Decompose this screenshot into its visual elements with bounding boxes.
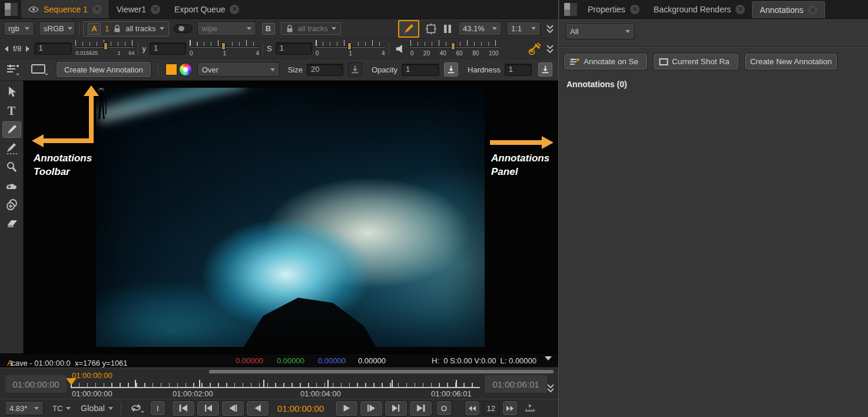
annotation-menu-icon[interactable] (6, 63, 20, 76)
store-default-icon[interactable] (538, 62, 552, 77)
color-wheel-icon[interactable] (180, 64, 191, 75)
viewer-timeline[interactable]: 01:00:00:00 01:00:00:00 01:00:00:00 01:0… (0, 368, 558, 399)
current-timecode[interactable]: 01:00:00:00 (277, 403, 327, 413)
tab-export-queue[interactable]: Export Queue ✕ (167, 0, 246, 18)
text-tool[interactable]: T (3, 103, 21, 118)
circle-plus-icon (5, 198, 18, 211)
store-default-icon[interactable] (348, 62, 362, 77)
close-icon[interactable]: ✕ (151, 5, 160, 14)
close-icon[interactable]: ✕ (92, 5, 102, 14)
close-icon[interactable]: ✕ (736, 5, 745, 14)
line-brush-tool[interactable] (3, 141, 21, 156)
lock-icon[interactable] (113, 24, 121, 33)
step-back-button[interactable] (222, 401, 244, 416)
panel-layout-icon[interactable] (5, 3, 18, 16)
step-forward-button[interactable] (360, 401, 382, 416)
chevron-double-down-icon[interactable] (546, 383, 555, 393)
eraser-tool[interactable] (3, 216, 21, 231)
set-out-button[interactable]: O (437, 401, 451, 415)
brush-tool[interactable] (3, 122, 21, 137)
speaker-icon[interactable] (395, 44, 406, 54)
sample-timer-icon[interactable] (526, 42, 542, 56)
fps-field[interactable]: 12 (482, 401, 500, 415)
lock-icon[interactable] (286, 24, 294, 33)
range-mode-dropdown[interactable]: Global (81, 403, 112, 413)
input-a-badge[interactable]: A (88, 23, 101, 35)
fps-increase-button[interactable] (503, 401, 517, 415)
tab-viewer1[interactable]: Viewer1 ✕ (110, 0, 167, 18)
zoom-tool[interactable] (3, 160, 21, 175)
zoom-level-dropdown[interactable]: 43.1% (458, 22, 502, 36)
close-icon[interactable]: ✕ (230, 5, 239, 14)
wipe-toggle[interactable] (174, 24, 193, 33)
tracks-a-dropdown[interactable]: all tracks (125, 24, 164, 33)
viewer-canvas[interactable]: Annotations Toolbar Annotations Panel (24, 81, 558, 353)
color-swatch[interactable] (165, 64, 177, 75)
input-a-index: 1 (105, 24, 109, 33)
tab-sequence[interactable]: Sequence 1 ✕ (21, 0, 110, 18)
step-back-icon (228, 404, 238, 412)
volume-slider[interactable]: 0 20 40 60 80 100 (410, 40, 499, 58)
shot-range-dropdown[interactable]: Current Shot Ra (654, 54, 738, 70)
tab-annotations[interactable]: Annotations ✕ (752, 1, 825, 18)
input-b-badge[interactable]: B (262, 23, 275, 35)
pause-icon[interactable] (439, 21, 456, 37)
create-annotation-button[interactable]: Create New Annotation (745, 54, 837, 70)
shape-rectangle-icon[interactable] (31, 63, 48, 76)
opacity-field[interactable]: 1 (402, 64, 439, 76)
playback-speed-dropdown[interactable]: 4.83* (5, 401, 44, 415)
tab-background-renders[interactable]: Background Renders ✕ (647, 0, 753, 18)
set-in-button[interactable]: I (151, 401, 165, 415)
panel-layout-icon[interactable] (564, 3, 577, 16)
next-stop-icon[interactable] (25, 45, 31, 52)
caret-down-icon[interactable] (545, 356, 552, 360)
saturation-slider[interactable]: 0 1 4 (316, 40, 385, 58)
next-edit-button[interactable] (385, 401, 407, 416)
select-tool[interactable] (3, 84, 21, 100)
eraser-icon (5, 219, 18, 229)
go-to-end-button[interactable] (410, 401, 432, 416)
saturation-field[interactable]: 1 (276, 42, 312, 55)
timeline-out-field[interactable]: 01:00:06:01 (484, 375, 548, 393)
gamma-field[interactable]: 1 (150, 42, 186, 55)
fps-decrease-button[interactable] (465, 401, 479, 415)
colorspace-dropdown[interactable]: sRGB (39, 22, 75, 36)
loop-mode-icon[interactable] (129, 402, 144, 414)
channels-dropdown[interactable]: rgb (4, 22, 34, 36)
create-annotation-button[interactable]: Create New Annotation (57, 62, 151, 77)
eye-icon (28, 6, 39, 13)
blend-mode-dropdown[interactable]: Over (197, 62, 280, 77)
previous-edit-button[interactable] (197, 401, 219, 416)
play-button[interactable] (336, 401, 357, 416)
chevron-double-down-icon[interactable] (545, 44, 555, 54)
annotation-filter-dropdown[interactable]: All (565, 24, 635, 39)
go-to-start-button[interactable] (173, 401, 194, 416)
gamma-slider[interactable]: 0 1 4 (190, 40, 259, 58)
play-backward-button[interactable] (247, 401, 269, 416)
clone-tool[interactable] (3, 197, 21, 213)
guides-icon[interactable] (423, 21, 439, 37)
wipe-dropdown[interactable]: wipe (197, 22, 256, 36)
annotate-on-dropdown[interactable]: Annotate on Se (564, 54, 647, 70)
tracks-b-dropdown[interactable]: all tracks (298, 24, 336, 33)
transport-bar: 4.83* TC Global I 01:00:00:00 (0, 399, 558, 417)
playhead-marker[interactable] (66, 378, 77, 385)
timeline-marker-icon[interactable] (524, 403, 536, 413)
proxy-scale-dropdown[interactable]: 1:1 (506, 22, 541, 36)
timeline-in-field[interactable]: 01:00:00:00 (5, 375, 67, 393)
close-icon[interactable]: ✕ (630, 5, 640, 14)
annotations-panel: Properties ✕ Background Renders ✕ Annota… (559, 0, 868, 417)
hardness-field[interactable]: 1 (505, 64, 532, 76)
timeline-scrollbar[interactable] (209, 370, 554, 373)
tab-properties[interactable]: Properties ✕ (581, 0, 647, 18)
gain-field[interactable]: 1 (34, 42, 72, 55)
annotation-pen-button[interactable] (398, 20, 419, 38)
prev-stop-icon[interactable] (4, 45, 9, 52)
gain-slider[interactable]: 0.015625 1 64 (75, 40, 134, 58)
chevron-double-down-icon[interactable] (545, 24, 555, 34)
close-icon[interactable]: ✕ (808, 5, 817, 15)
cloud-tool[interactable] (3, 178, 21, 194)
store-default-icon[interactable] (444, 62, 458, 77)
size-field[interactable]: 20 (307, 64, 343, 76)
time-display-dropdown[interactable]: TC (52, 404, 71, 413)
